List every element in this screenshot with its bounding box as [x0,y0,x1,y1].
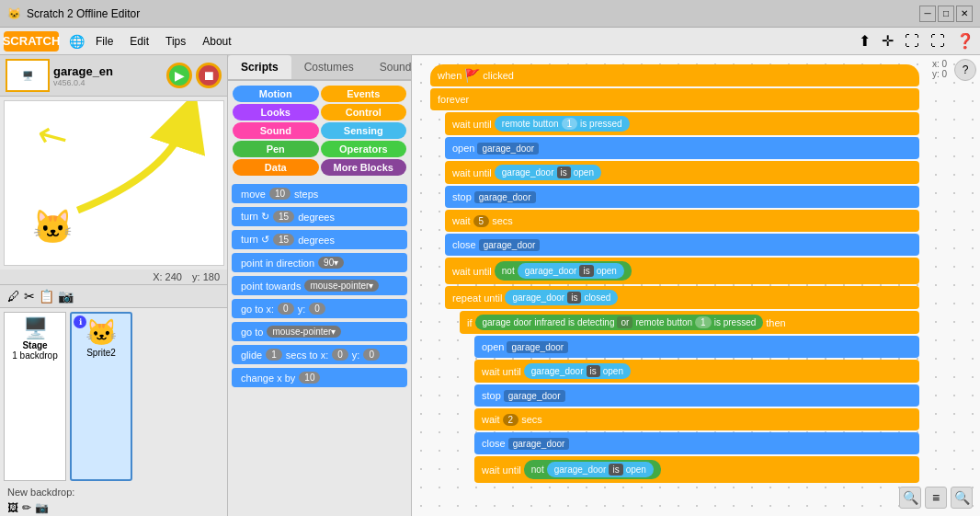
block-turn-ccw[interactable]: turn ↺ 15 degrees [232,230,407,249]
sprite-thumb[interactable]: ℹ 🐱 Sprite2 [70,312,132,481]
file-menu[interactable]: File [88,33,120,50]
sprite-name: garage_en [53,64,163,78]
xy-y: y: 0 [932,69,947,79]
block-turn-cw[interactable]: turn ↻ 15 degrees [232,207,407,226]
block-close-2[interactable]: close garage_door [474,432,919,454]
language-button[interactable]: 🌐 [66,31,86,52]
zoom-in-button[interactable]: 🔍 [951,487,973,509]
cat-motion[interactable]: Motion [233,86,319,102]
tabs: Scripts Costumes Sounds [228,55,411,81]
cat-control[interactable]: Control [321,104,407,120]
help-icon[interactable]: ❓ [954,30,976,52]
zoom-reset-button[interactable]: ≡ [925,487,947,509]
wand-tool[interactable]: 🖊 [7,289,20,304]
cond-if-main: garage door infrared is detecting or rem… [475,315,764,330]
block-wait-secs-2[interactable]: wait 2 secs [474,408,919,430]
sprite-icon: 🐱 [85,317,118,348]
block-wait-until-5[interactable]: wait until not garage_door is open [474,456,919,483]
backdrop-edit-icon[interactable]: ✏ [22,501,31,514]
stage-thumbnail: 🖥️ [6,59,50,92]
copy-tool[interactable]: 📋 [39,289,54,304]
cond-door-open-2: garage_door is open [524,363,631,379]
backdrop-img-icon[interactable]: 🖼 [7,501,18,514]
xy-display: x: 0 y: 0 [932,59,947,79]
cat-events[interactable]: Events [321,86,407,102]
cond-not-open: not garage_door is open [495,261,632,281]
left-panel: 🖥️ garage_en v456.0.4 ▶ ⏹ 🐱 ↖ [0,55,228,516]
scratch-logo: SCRATCH [4,31,59,52]
about-menu[interactable]: About [195,33,238,50]
stage-thumb[interactable]: 🖥️ Stage 1 backdrop [4,312,66,481]
blocks-panel: Scripts Costumes Sounds Motion Events Lo… [228,55,412,516]
block-wait-until-3[interactable]: wait until not garage_door is open [445,258,919,284]
edit-menu[interactable]: Edit [122,33,156,50]
cat-pen[interactable]: Pen [233,141,319,157]
sprite-info-button[interactable]: ℹ [74,315,86,328]
fullscreen-icon[interactable]: ⛶ [903,31,921,52]
block-repeat-until[interactable]: repeat until garage_door is closed [445,286,919,309]
block-glide[interactable]: glide 1 secs to x: 0 y: 0 [232,345,407,364]
backdrop-camera-icon[interactable]: 📷 [35,501,49,514]
stop-button[interactable]: ⏹ [196,63,222,88]
block-move[interactable]: move 10 steps [232,184,407,203]
shrink-icon[interactable]: ⛶ [929,31,947,52]
block-point-towards[interactable]: point towards mouse-pointer▾ [232,276,407,295]
minimize-button[interactable]: ─ [919,6,936,22]
backdrop-count: 1 backdrop [12,350,57,361]
coord-x: X: 240 [153,271,182,282]
cat-sprite: 🐱 [32,208,74,247]
zoom-out-button[interactable]: 🔍 [899,487,921,509]
tips-menu[interactable]: Tips [158,33,193,50]
block-move-value[interactable]: 10 [269,188,291,200]
zoom-controls: 🔍 ≡ 🔍 [899,487,973,509]
scissors-tool[interactable]: ✂ [24,289,35,304]
block-wait-until-1[interactable]: wait until remote button 1 is pressed [445,112,919,135]
block-stop-1[interactable]: stop garage_door [445,186,919,208]
upload-icon[interactable]: ⬆ [857,30,872,52]
block-when-clicked[interactable]: when 🚩 clicked [430,64,919,86]
block-change-x[interactable]: change x by 10 [232,368,407,387]
block-go-to-xy[interactable]: go to x: 0 y: 0 [232,299,407,318]
green-flag-button[interactable]: ▶ [166,63,192,88]
window-controls: ─ □ ✕ [919,6,973,22]
block-close-1[interactable]: close garage_door [445,234,919,256]
restore-button[interactable]: □ [938,6,954,22]
cat-data[interactable]: Data [233,159,319,176]
block-go-to[interactable]: go to mouse-pointer▾ [232,322,407,341]
cat-sensing[interactable]: Sensing [321,122,407,139]
tab-costumes[interactable]: Costumes [291,55,367,79]
cat-sound[interactable]: Sound [233,122,319,139]
cond-not-open-2: not garage_door is open [524,460,661,479]
block-wait-until-2[interactable]: wait until garage_door is open [445,161,919,184]
script-area[interactable]: ? x: 0 y: 0 when 🚩 clicked forever wait … [412,55,980,516]
script-stack: when 🚩 clicked forever wait until remote… [430,64,919,485]
camera-tool[interactable]: 📷 [58,289,74,304]
stage-label: Stage [22,340,47,350]
new-backdrop-label: New backdrop: [0,485,227,499]
block-wait-secs[interactable]: wait 5 secs [445,210,919,232]
block-open-2[interactable]: open garage_door [474,336,919,358]
block-open-1[interactable]: open garage_door [445,137,919,159]
block-point-direction[interactable]: point in direction 90▾ [232,253,407,272]
app-icon: 🐱 [7,7,21,20]
arrows-icon[interactable]: ✛ [880,30,895,52]
block-if[interactable]: if garage door infrared is detecting or … [460,311,919,334]
help-button[interactable]: ? [954,59,976,81]
cat-more-blocks[interactable]: More Blocks [321,159,407,176]
cat-operators[interactable]: Operators [321,141,407,157]
stage-header: 🖥️ garage_en v456.0.4 ▶ ⏹ [0,55,227,97]
sprite-tools: 🖊 ✂ 📋 📷 [0,284,227,308]
sprite-name-label: Sprite2 [86,348,116,358]
block-indent-1: wait until remote button 1 is pressed op… [445,112,919,483]
stage-canvas: 🐱 ↖ [4,100,224,266]
xy-x: x: 0 [932,59,947,69]
tab-scripts[interactable]: Scripts [228,55,291,79]
cat-looks[interactable]: Looks [233,104,319,120]
block-wait-until-4[interactable]: wait until garage_door is open [474,360,919,383]
close-button[interactable]: ✕ [956,6,973,22]
block-stop-2[interactable]: stop garage_door [474,384,919,407]
titlebar: 🐱 Scratch 2 Offline Editor ─ □ ✕ [0,0,980,28]
block-forever[interactable]: forever [430,88,919,110]
block-move-label: move [241,189,266,200]
cond-door-closed: garage_door is closed [505,290,618,305]
